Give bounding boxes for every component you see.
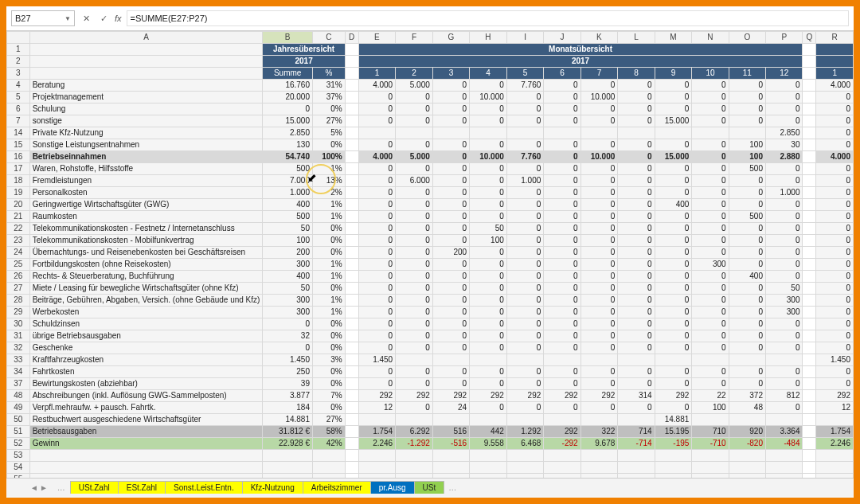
sheet-tab[interactable]: USt bbox=[414, 481, 445, 494]
cancel-icon[interactable]: ✕ bbox=[80, 12, 92, 25]
tab-next-icon[interactable]: ► bbox=[40, 483, 48, 492]
chevron-down-icon[interactable]: ▼ bbox=[64, 15, 71, 22]
sheet-tab[interactable]: Kfz-Nutzung bbox=[242, 481, 303, 494]
check-icon[interactable]: ✓ bbox=[97, 12, 110, 25]
sheet-tab[interactable]: USt.Zahl bbox=[70, 481, 119, 494]
sheet-tabs: ◄ ► … USt.ZahlESt.ZahlSonst.Leist.Entn.K… bbox=[6, 478, 854, 496]
name-box[interactable]: B27 ▼ bbox=[11, 10, 75, 26]
formula-text: =SUMME(E27:P27) bbox=[131, 14, 208, 23]
sheet-tab[interactable]: ESt.Zahl bbox=[118, 481, 166, 494]
formula-bar: B27 ▼ ✕ ✓ fx =SUMME(E27:P27) bbox=[6, 6, 854, 31]
worksheet-area[interactable]: ABCDEFGHIJKLMNOPQR1JahresübersichtMonats… bbox=[6, 31, 854, 478]
tab-nav[interactable]: ◄ ► bbox=[30, 483, 48, 492]
name-box-value: B27 bbox=[15, 14, 31, 23]
sheet-tab[interactable]: pr.Ausg bbox=[370, 481, 415, 494]
tab-prev-icon[interactable]: ◄ bbox=[30, 483, 38, 492]
tab-more-right-icon[interactable]: … bbox=[444, 483, 461, 492]
sheet-tab[interactable]: Arbeitszimmer bbox=[303, 481, 371, 494]
fx-icon[interactable]: fx bbox=[115, 14, 122, 23]
tab-more-icon[interactable]: … bbox=[53, 483, 70, 492]
formula-input[interactable]: =SUMME(E27:P27) bbox=[127, 10, 849, 26]
spreadsheet-grid[interactable]: ABCDEFGHIJKLMNOPQR1JahresübersichtMonats… bbox=[6, 31, 854, 478]
sheet-tab[interactable]: Sonst.Leist.Entn. bbox=[165, 481, 243, 494]
